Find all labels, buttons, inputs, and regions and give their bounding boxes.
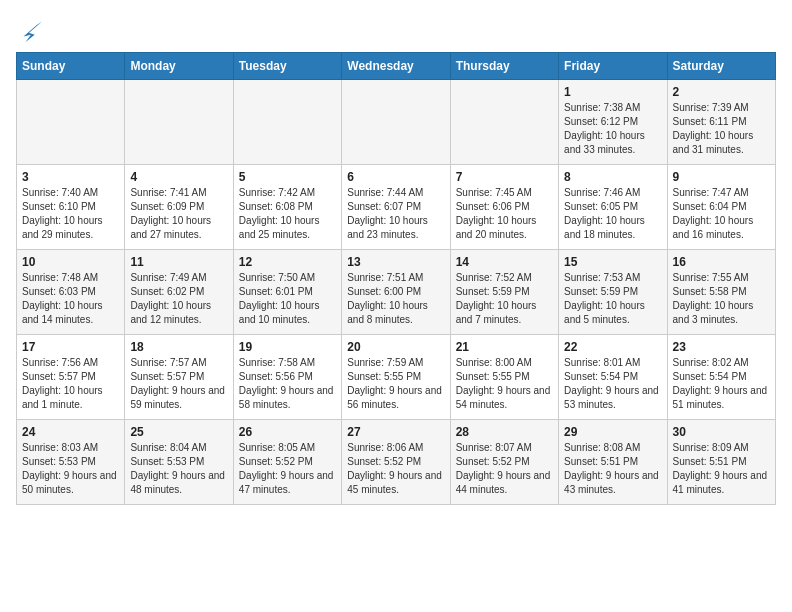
day-info: Sunrise: 7:59 AM Sunset: 5:55 PM Dayligh… bbox=[347, 356, 444, 412]
day-info: Sunrise: 7:57 AM Sunset: 5:57 PM Dayligh… bbox=[130, 356, 227, 412]
logo bbox=[16, 16, 48, 44]
calendar-cell: 6Sunrise: 7:44 AM Sunset: 6:07 PM Daylig… bbox=[342, 165, 450, 250]
day-number: 17 bbox=[22, 340, 119, 354]
day-number: 18 bbox=[130, 340, 227, 354]
day-number: 21 bbox=[456, 340, 553, 354]
day-info: Sunrise: 7:58 AM Sunset: 5:56 PM Dayligh… bbox=[239, 356, 336, 412]
day-info: Sunrise: 8:08 AM Sunset: 5:51 PM Dayligh… bbox=[564, 441, 661, 497]
day-info: Sunrise: 7:41 AM Sunset: 6:09 PM Dayligh… bbox=[130, 186, 227, 242]
day-info: Sunrise: 7:50 AM Sunset: 6:01 PM Dayligh… bbox=[239, 271, 336, 327]
calendar-cell: 19Sunrise: 7:58 AM Sunset: 5:56 PM Dayli… bbox=[233, 335, 341, 420]
calendar-cell: 17Sunrise: 7:56 AM Sunset: 5:57 PM Dayli… bbox=[17, 335, 125, 420]
day-info: Sunrise: 8:04 AM Sunset: 5:53 PM Dayligh… bbox=[130, 441, 227, 497]
weekday-header: Saturday bbox=[667, 53, 775, 80]
calendar-week-row: 3Sunrise: 7:40 AM Sunset: 6:10 PM Daylig… bbox=[17, 165, 776, 250]
calendar-cell: 24Sunrise: 8:03 AM Sunset: 5:53 PM Dayli… bbox=[17, 420, 125, 505]
calendar-cell bbox=[233, 80, 341, 165]
day-number: 2 bbox=[673, 85, 770, 99]
day-number: 8 bbox=[564, 170, 661, 184]
day-number: 5 bbox=[239, 170, 336, 184]
day-info: Sunrise: 8:02 AM Sunset: 5:54 PM Dayligh… bbox=[673, 356, 770, 412]
calendar-cell: 11Sunrise: 7:49 AM Sunset: 6:02 PM Dayli… bbox=[125, 250, 233, 335]
calendar-cell bbox=[125, 80, 233, 165]
calendar-cell bbox=[450, 80, 558, 165]
day-info: Sunrise: 7:53 AM Sunset: 5:59 PM Dayligh… bbox=[564, 271, 661, 327]
calendar-cell: 5Sunrise: 7:42 AM Sunset: 6:08 PM Daylig… bbox=[233, 165, 341, 250]
calendar-header-row: SundayMondayTuesdayWednesdayThursdayFrid… bbox=[17, 53, 776, 80]
day-number: 4 bbox=[130, 170, 227, 184]
day-info: Sunrise: 8:07 AM Sunset: 5:52 PM Dayligh… bbox=[456, 441, 553, 497]
day-info: Sunrise: 7:42 AM Sunset: 6:08 PM Dayligh… bbox=[239, 186, 336, 242]
day-info: Sunrise: 7:40 AM Sunset: 6:10 PM Dayligh… bbox=[22, 186, 119, 242]
calendar-cell: 21Sunrise: 8:00 AM Sunset: 5:55 PM Dayli… bbox=[450, 335, 558, 420]
day-number: 6 bbox=[347, 170, 444, 184]
day-number: 26 bbox=[239, 425, 336, 439]
day-number: 1 bbox=[564, 85, 661, 99]
calendar-cell: 2Sunrise: 7:39 AM Sunset: 6:11 PM Daylig… bbox=[667, 80, 775, 165]
weekday-header: Tuesday bbox=[233, 53, 341, 80]
day-info: Sunrise: 8:05 AM Sunset: 5:52 PM Dayligh… bbox=[239, 441, 336, 497]
calendar-week-row: 1Sunrise: 7:38 AM Sunset: 6:12 PM Daylig… bbox=[17, 80, 776, 165]
day-info: Sunrise: 7:52 AM Sunset: 5:59 PM Dayligh… bbox=[456, 271, 553, 327]
day-number: 19 bbox=[239, 340, 336, 354]
weekday-header: Thursday bbox=[450, 53, 558, 80]
day-number: 20 bbox=[347, 340, 444, 354]
calendar-cell: 30Sunrise: 8:09 AM Sunset: 5:51 PM Dayli… bbox=[667, 420, 775, 505]
calendar-cell: 23Sunrise: 8:02 AM Sunset: 5:54 PM Dayli… bbox=[667, 335, 775, 420]
day-number: 28 bbox=[456, 425, 553, 439]
day-info: Sunrise: 8:09 AM Sunset: 5:51 PM Dayligh… bbox=[673, 441, 770, 497]
calendar-week-row: 24Sunrise: 8:03 AM Sunset: 5:53 PM Dayli… bbox=[17, 420, 776, 505]
calendar-cell: 27Sunrise: 8:06 AM Sunset: 5:52 PM Dayli… bbox=[342, 420, 450, 505]
day-number: 3 bbox=[22, 170, 119, 184]
calendar-cell: 22Sunrise: 8:01 AM Sunset: 5:54 PM Dayli… bbox=[559, 335, 667, 420]
day-info: Sunrise: 7:48 AM Sunset: 6:03 PM Dayligh… bbox=[22, 271, 119, 327]
calendar-cell: 29Sunrise: 8:08 AM Sunset: 5:51 PM Dayli… bbox=[559, 420, 667, 505]
day-number: 23 bbox=[673, 340, 770, 354]
calendar-cell: 3Sunrise: 7:40 AM Sunset: 6:10 PM Daylig… bbox=[17, 165, 125, 250]
day-number: 25 bbox=[130, 425, 227, 439]
calendar-cell bbox=[342, 80, 450, 165]
page-header bbox=[16, 16, 776, 44]
day-number: 27 bbox=[347, 425, 444, 439]
day-number: 13 bbox=[347, 255, 444, 269]
day-info: Sunrise: 8:03 AM Sunset: 5:53 PM Dayligh… bbox=[22, 441, 119, 497]
day-info: Sunrise: 7:49 AM Sunset: 6:02 PM Dayligh… bbox=[130, 271, 227, 327]
calendar-cell: 12Sunrise: 7:50 AM Sunset: 6:01 PM Dayli… bbox=[233, 250, 341, 335]
day-number: 30 bbox=[673, 425, 770, 439]
weekday-header: Wednesday bbox=[342, 53, 450, 80]
calendar-cell: 8Sunrise: 7:46 AM Sunset: 6:05 PM Daylig… bbox=[559, 165, 667, 250]
day-number: 24 bbox=[22, 425, 119, 439]
calendar-cell: 16Sunrise: 7:55 AM Sunset: 5:58 PM Dayli… bbox=[667, 250, 775, 335]
calendar-cell: 7Sunrise: 7:45 AM Sunset: 6:06 PM Daylig… bbox=[450, 165, 558, 250]
day-number: 22 bbox=[564, 340, 661, 354]
day-info: Sunrise: 7:46 AM Sunset: 6:05 PM Dayligh… bbox=[564, 186, 661, 242]
day-info: Sunrise: 7:39 AM Sunset: 6:11 PM Dayligh… bbox=[673, 101, 770, 157]
calendar-cell: 26Sunrise: 8:05 AM Sunset: 5:52 PM Dayli… bbox=[233, 420, 341, 505]
day-info: Sunrise: 8:06 AM Sunset: 5:52 PM Dayligh… bbox=[347, 441, 444, 497]
calendar-cell: 25Sunrise: 8:04 AM Sunset: 5:53 PM Dayli… bbox=[125, 420, 233, 505]
calendar-cell: 14Sunrise: 7:52 AM Sunset: 5:59 PM Dayli… bbox=[450, 250, 558, 335]
weekday-header: Friday bbox=[559, 53, 667, 80]
day-info: Sunrise: 8:00 AM Sunset: 5:55 PM Dayligh… bbox=[456, 356, 553, 412]
calendar-cell: 13Sunrise: 7:51 AM Sunset: 6:00 PM Dayli… bbox=[342, 250, 450, 335]
day-info: Sunrise: 7:45 AM Sunset: 6:06 PM Dayligh… bbox=[456, 186, 553, 242]
day-number: 14 bbox=[456, 255, 553, 269]
day-info: Sunrise: 8:01 AM Sunset: 5:54 PM Dayligh… bbox=[564, 356, 661, 412]
calendar-cell: 9Sunrise: 7:47 AM Sunset: 6:04 PM Daylig… bbox=[667, 165, 775, 250]
day-number: 9 bbox=[673, 170, 770, 184]
day-number: 10 bbox=[22, 255, 119, 269]
day-number: 29 bbox=[564, 425, 661, 439]
day-info: Sunrise: 7:55 AM Sunset: 5:58 PM Dayligh… bbox=[673, 271, 770, 327]
svg-marker-0 bbox=[23, 22, 42, 43]
day-info: Sunrise: 7:38 AM Sunset: 6:12 PM Dayligh… bbox=[564, 101, 661, 157]
day-number: 15 bbox=[564, 255, 661, 269]
calendar-table: SundayMondayTuesdayWednesdayThursdayFrid… bbox=[16, 52, 776, 505]
day-info: Sunrise: 7:47 AM Sunset: 6:04 PM Dayligh… bbox=[673, 186, 770, 242]
day-number: 11 bbox=[130, 255, 227, 269]
weekday-header: Monday bbox=[125, 53, 233, 80]
day-info: Sunrise: 7:56 AM Sunset: 5:57 PM Dayligh… bbox=[22, 356, 119, 412]
calendar-week-row: 17Sunrise: 7:56 AM Sunset: 5:57 PM Dayli… bbox=[17, 335, 776, 420]
calendar-cell: 18Sunrise: 7:57 AM Sunset: 5:57 PM Dayli… bbox=[125, 335, 233, 420]
day-number: 7 bbox=[456, 170, 553, 184]
weekday-header: Sunday bbox=[17, 53, 125, 80]
